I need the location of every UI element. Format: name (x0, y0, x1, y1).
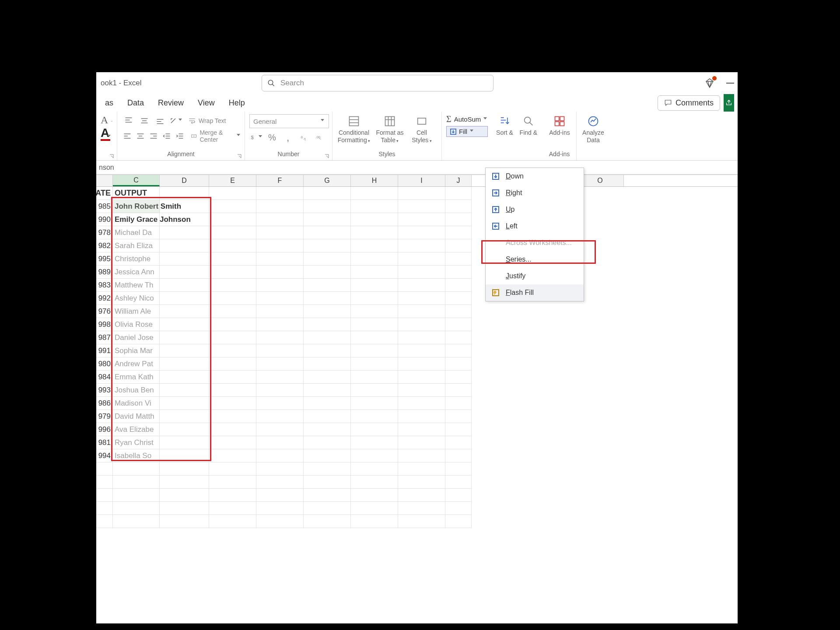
cell[interactable] (351, 344, 398, 357)
cell[interactable] (398, 305, 445, 318)
cell[interactable] (256, 357, 304, 371)
cell[interactable] (304, 384, 351, 397)
tab-data[interactable]: Data (120, 96, 151, 110)
cell[interactable] (351, 213, 398, 226)
cell[interactable] (256, 252, 304, 266)
cell[interactable] (351, 476, 398, 489)
grow-font-button[interactable]: Aˇ (101, 114, 112, 126)
cell-output[interactable]: Ashley Nico (113, 292, 160, 305)
number-format-dropdown[interactable]: General (249, 114, 329, 128)
cell-output[interactable]: Daniel Jose (113, 331, 160, 344)
sort-filter-button[interactable]: Sort & (495, 114, 514, 137)
cell[interactable] (445, 476, 472, 489)
increase-indent-button[interactable] (174, 130, 186, 143)
cell[interactable] (209, 187, 256, 200)
cell[interactable] (209, 213, 256, 226)
cell-output[interactable]: Madison Vi (113, 397, 160, 410)
cell[interactable] (445, 502, 472, 515)
cell[interactable] (209, 489, 256, 502)
col-header-f[interactable]: F (256, 175, 304, 186)
cell[interactable] (160, 292, 209, 305)
cell[interactable] (398, 213, 445, 226)
cell[interactable] (256, 344, 304, 357)
tab-view[interactable]: View (191, 96, 222, 110)
tab-review[interactable]: Review (151, 96, 191, 110)
cell[interactable] (160, 502, 209, 515)
tab-help[interactable]: Help (222, 96, 252, 110)
cell[interactable] (445, 449, 472, 462)
cell-output[interactable]: Christophe (113, 252, 160, 266)
cell[interactable] (351, 502, 398, 515)
cell-styles-button[interactable]: CellStyles ▾ (409, 114, 435, 144)
cell[interactable] (304, 515, 351, 528)
cell[interactable] (351, 279, 398, 292)
cell[interactable] (351, 436, 398, 449)
cell[interactable] (209, 266, 256, 279)
cell[interactable] (445, 213, 472, 226)
cell[interactable] (445, 462, 472, 476)
cell[interactable] (209, 344, 256, 357)
cell[interactable] (256, 187, 304, 200)
cell[interactable] (445, 384, 472, 397)
cell[interactable] (160, 239, 209, 252)
cell-year[interactable]: 991 (96, 344, 113, 357)
cell[interactable] (351, 410, 398, 423)
cell[interactable] (209, 357, 256, 371)
cell[interactable] (304, 436, 351, 449)
cell[interactable] (209, 397, 256, 410)
fill-menu-up[interactable]: Up (486, 201, 584, 218)
cell[interactable] (398, 344, 445, 357)
cell-year[interactable]: 986 (96, 397, 113, 410)
fill-menu-flash-fill[interactable]: Flash Fill (486, 284, 584, 301)
cell[interactable] (209, 371, 256, 384)
cell[interactable] (304, 239, 351, 252)
cell[interactable] (398, 423, 445, 436)
autosum-button[interactable]: Σ AutoSum (446, 114, 488, 124)
cell[interactable] (351, 423, 398, 436)
cell[interactable] (398, 331, 445, 344)
cell[interactable] (160, 384, 209, 397)
cell[interactable] (304, 449, 351, 462)
fill-button[interactable]: Fill (446, 126, 488, 137)
cell[interactable] (256, 292, 304, 305)
cell[interactable] (304, 305, 351, 318)
cell[interactable] (256, 200, 304, 213)
cell-year[interactable]: 979 (96, 410, 113, 423)
cell[interactable] (351, 226, 398, 239)
col-header-c[interactable]: C (113, 175, 160, 186)
cell[interactable] (160, 423, 209, 436)
conditional-formatting-button[interactable]: ConditionalFormatting ▾ (337, 114, 371, 144)
cell[interactable] (256, 423, 304, 436)
number-dialog-launcher[interactable] (324, 153, 329, 158)
cell-year[interactable]: 976 (96, 305, 113, 318)
comma-button[interactable]: , (281, 131, 295, 144)
cell-output[interactable]: Emma Kath (113, 371, 160, 384)
cell[interactable] (209, 292, 256, 305)
cell-year[interactable]: 992 (96, 292, 113, 305)
cell[interactable] (209, 305, 256, 318)
cell[interactable] (351, 397, 398, 410)
cell[interactable] (398, 502, 445, 515)
cell[interactable] (256, 397, 304, 410)
cell[interactable] (351, 515, 398, 528)
cell-year[interactable]: 983 (96, 279, 113, 292)
cell[interactable] (113, 515, 160, 528)
cell-output[interactable]: Sophia Mar (113, 344, 160, 357)
tab-formulas-partial[interactable]: as (98, 96, 120, 110)
cell[interactable] (304, 344, 351, 357)
cell[interactable] (209, 279, 256, 292)
cell-output[interactable]: Andrew Pat (113, 357, 160, 371)
cell[interactable] (351, 239, 398, 252)
align-bottom-button[interactable] (153, 114, 167, 127)
col-header-j[interactable]: J (445, 175, 472, 186)
cell[interactable] (160, 462, 209, 476)
header-cell-b[interactable]: ATE (96, 187, 113, 200)
format-as-table-button[interactable]: Format asTable ▾ (373, 114, 407, 144)
col-header-e[interactable]: E (209, 175, 256, 186)
wrap-text-button[interactable]: Wrap Text (188, 117, 226, 125)
cell-output[interactable]: Joshua Ben (113, 384, 160, 397)
cell[interactable] (304, 200, 351, 213)
cell-year[interactable]: 989 (96, 266, 113, 279)
cell[interactable] (304, 397, 351, 410)
cell[interactable] (398, 187, 445, 200)
